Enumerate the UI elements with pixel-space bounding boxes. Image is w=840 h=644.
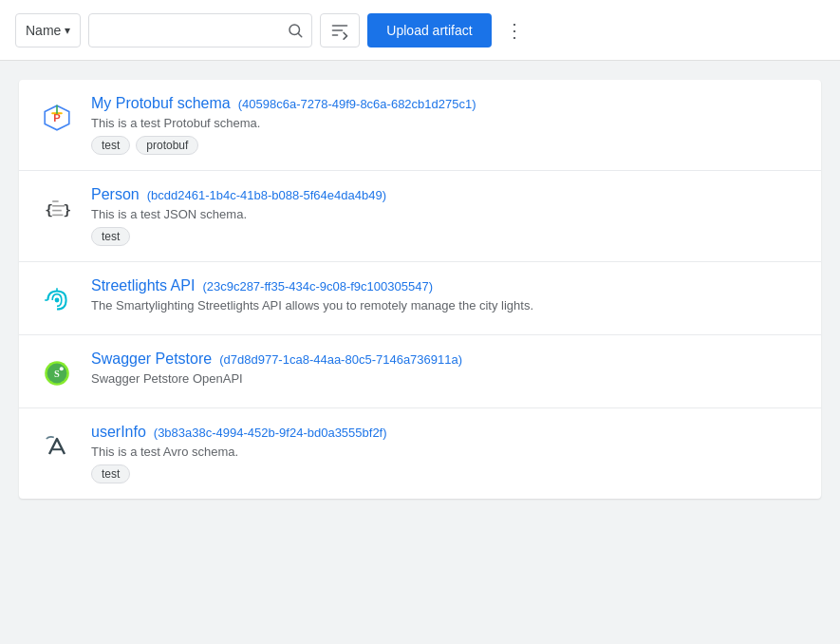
item-name: userInfo (91, 424, 146, 441)
item-content: Swagger Petstore (d7d8d977-1ca8-44aa-80c… (91, 350, 802, 391)
search-button[interactable] (279, 16, 311, 45)
tag: test (91, 136, 130, 155)
tag: test (91, 464, 130, 483)
tags: testprotobuf (91, 136, 802, 155)
item-title: Person (bcdd2461-1b4c-41b8-b088-5f64e4da… (91, 186, 802, 203)
artifact-list: P My Protobuf schema (40598c6a-7278-49f9… (19, 80, 821, 499)
artifact-icon-json: { } (38, 190, 76, 228)
svg-text:S: S (54, 369, 60, 379)
list-item[interactable]: userInfo (3b83a38c-4994-452b-9f24-bd0a35… (19, 408, 821, 499)
artifact-icon-avro (38, 427, 76, 465)
item-uuid: (23c9c287-ff35-434c-9c08-f9c100305547) (202, 279, 433, 294)
upload-artifact-button[interactable]: Upload artifact (367, 13, 491, 47)
item-title: userInfo (3b83a38c-4994-452b-9f24-bd0a35… (91, 424, 802, 441)
item-content: My Protobuf schema (40598c6a-7278-49f9-8… (91, 95, 802, 155)
svg-line-1 (299, 33, 302, 36)
tag: test (91, 227, 130, 246)
artifact-icon-swagger: S (38, 354, 76, 392)
item-title: Swagger Petstore (d7d8d977-1ca8-44aa-80c… (91, 350, 802, 368)
more-options-button[interactable]: ⋮ (499, 17, 530, 44)
list-item[interactable]: { } Person (bcdd2461-1b4c-41b8-b088-5f64… (19, 171, 821, 262)
item-uuid: (40598c6a-7278-49f9-8c6a-682cb1d275c1) (238, 97, 476, 111)
svg-text:}: } (63, 202, 71, 218)
item-description: This is a test Avro schema. (91, 445, 802, 459)
sort-button[interactable] (320, 13, 360, 47)
item-title: My Protobuf schema (40598c6a-7278-49f9-8… (91, 95, 802, 112)
list-item[interactable]: Streetlights API (23c9c287-ff35-434c-9c0… (19, 262, 821, 335)
list-item[interactable]: S Swagger Petstore (d7d8d977-1ca8-44aa-8… (19, 335, 821, 408)
list-item[interactable]: P My Protobuf schema (40598c6a-7278-49f9… (19, 80, 821, 171)
tags: test (91, 464, 802, 483)
svg-text:{: { (45, 202, 53, 218)
svg-point-17 (60, 367, 64, 370)
item-description: This is a test Protobuf schema. (91, 116, 802, 130)
name-dropdown[interactable]: Name ▾ (15, 13, 81, 47)
artifact-icon-api (38, 281, 76, 319)
item-description: This is a test JSON schema. (91, 207, 802, 221)
search-input[interactable] (89, 17, 279, 44)
search-icon (287, 22, 304, 39)
svg-point-0 (289, 25, 300, 35)
svg-point-13 (55, 298, 60, 303)
item-description: Swagger Petstore OpenAPI (91, 371, 802, 386)
name-label: Name (26, 23, 61, 38)
item-name: My Protobuf schema (91, 95, 231, 112)
item-description: The Smartylighting Streetlights API allo… (91, 298, 802, 313)
item-name: Person (91, 186, 140, 203)
toolbar: Name ▾ Upload artifact ⋮ (0, 0, 840, 61)
item-name: Streetlights API (91, 277, 195, 294)
item-uuid: (3b83a38c-4994-452b-9f24-bd0a3555bf2f) (154, 426, 387, 440)
item-content: Person (bcdd2461-1b4c-41b8-b088-5f64e4da… (91, 186, 802, 246)
item-content: Streetlights API (23c9c287-ff35-434c-9c0… (91, 277, 802, 318)
tag: protobuf (136, 136, 198, 155)
sort-icon (330, 21, 349, 40)
tags: test (91, 227, 802, 246)
item-uuid: (bcdd2461-1b4c-41b8-b088-5f64e4da4b49) (147, 188, 386, 202)
search-container (88, 13, 312, 47)
chevron-down-icon: ▾ (65, 24, 70, 37)
item-content: userInfo (3b83a38c-4994-452b-9f24-bd0a35… (91, 424, 802, 483)
artifact-icon-protobuf: P (38, 99, 76, 137)
item-title: Streetlights API (23c9c287-ff35-434c-9c0… (91, 277, 802, 294)
item-name: Swagger Petstore (91, 350, 212, 368)
item-uuid: (d7d8d977-1ca8-44aa-80c5-7146a736911a) (219, 352, 462, 367)
more-icon: ⋮ (505, 20, 524, 41)
